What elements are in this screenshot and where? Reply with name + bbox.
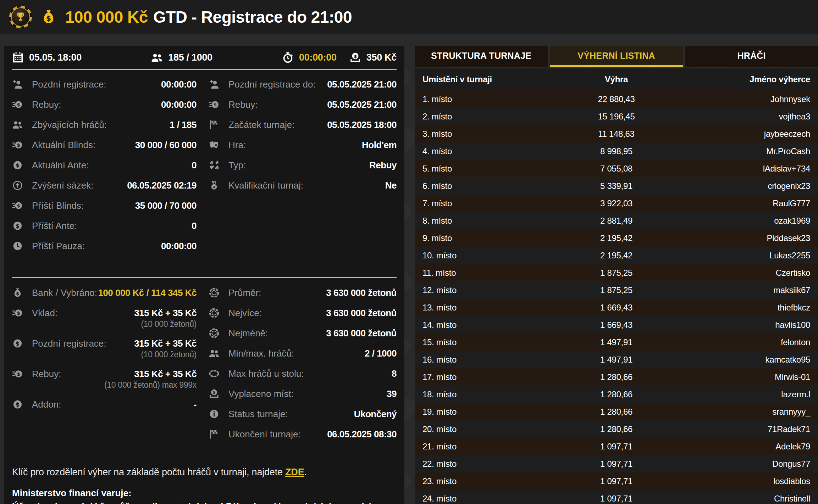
panel-footer: Klíč pro rozdělení výher na základě počt… <box>12 467 397 504</box>
start-date: 05.05. 18:00 <box>29 52 82 63</box>
table-oval-icon <box>209 368 220 379</box>
detail-row: ♠Hra:Hold'em <box>209 140 397 150</box>
detail-sub: (10 000 žetonů) <box>12 350 197 359</box>
svg-text:$: $ <box>17 203 20 208</box>
detail-value: 2 / 1000 <box>365 348 397 359</box>
detail-label: Min/max. hráčů: <box>228 348 294 359</box>
detail-label: Hra: <box>228 140 246 151</box>
place-cell: 15. místo <box>422 337 552 347</box>
info-circle-icon <box>209 409 220 419</box>
detail-row: $Rebuy:00:00:00 <box>12 99 197 110</box>
detail-row: Zvýšení sázek:06.05.2025 02:19 <box>12 180 197 191</box>
detail-row: Příští Pauza:00:00:00 <box>12 241 197 251</box>
place-cell: 9. místo <box>422 233 552 243</box>
place-cell: 24. místo <box>422 494 552 504</box>
detail-label: Max hráčů u stolu: <box>228 368 304 379</box>
prize-cell: 1 097,71 <box>552 476 681 486</box>
table-row: 17. místo1 280,66Mirwis-01 <box>415 368 818 386</box>
winner-cell: kamcatko95 <box>681 355 810 365</box>
table-row: 1. místo22 880,43Johnnysek <box>415 90 818 108</box>
tab-hr-i[interactable]: HRÁČI <box>685 46 818 67</box>
prize-cell: 1 280,66 <box>552 424 681 434</box>
detail-row: Max hráčů u stolu:8 <box>209 368 397 379</box>
svg-text:$: $ <box>17 371 20 377</box>
guarantee-amount: 100 000 Kč <box>65 7 148 27</box>
place-cell: 5. místo <box>422 164 552 174</box>
detail-value: - <box>194 399 197 410</box>
prize-cell: 3 922,03 <box>552 198 681 208</box>
prize-cell: 1 280,66 <box>552 390 681 399</box>
place-cell: 21. místo <box>422 442 552 452</box>
winner-cell: lazerm.l <box>681 390 810 399</box>
money-slot-icon: $ <box>209 388 220 399</box>
details-bottom: $Bank / Vybráno:100 000 Kč / 114 345 Kč$… <box>12 287 397 449</box>
page: ♥♦♠♦♥♦♠♦♥♦♠♦♥♦♦♠♦♥♦♠♦♥♦♠♦♥♦♠♠♦♥♦♠♦♥♦♠♦♥♦… <box>0 0 818 504</box>
money-bag-icon: $ <box>40 9 57 25</box>
table-row: 16. místo1 497,91kamcatko95 <box>415 351 818 368</box>
tab-bar: STRUKTURA TURNAJEVÝHERNÍ LISTINAHRÁČI <box>415 46 818 67</box>
detail-row: Nejméně:3 630 000 žetonů <box>209 328 397 338</box>
place-cell: 16. místo <box>422 355 552 365</box>
cards-icon: ♠ <box>209 140 220 150</box>
coins-icon: $ <box>12 308 23 318</box>
prize-cell: 2 195,42 <box>552 251 681 261</box>
svg-text:$: $ <box>16 223 20 229</box>
detail-value: 315 Kč + 35 Kč <box>134 308 197 319</box>
trophy-icon <box>15 12 26 22</box>
section-divider <box>12 277 397 278</box>
place-cell: 2. místo <box>422 112 552 122</box>
winner-cell: Dongus77 <box>681 459 810 469</box>
table-row: 21. místo1 097,71Adelek79 <box>415 438 818 455</box>
zde-link[interactable]: ZDE <box>285 467 304 477</box>
medal-icon: ★ <box>209 180 220 191</box>
detail-row: $Rebuy:05.05.2025 21:00 <box>209 99 397 110</box>
results-panel: STRUKTURA TURNAJEVÝHERNÍ LISTINAHRÁČI Um… <box>415 46 818 504</box>
svg-text:$: $ <box>16 291 19 296</box>
tab-v-hern-listina[interactable]: VÝHERNÍ LISTINA <box>550 46 683 67</box>
place-cell: 17. místo <box>422 372 552 382</box>
place-cell: 6. místo <box>422 181 552 191</box>
detail-label: Vyplaceno míst: <box>228 388 294 399</box>
detail-row: $Rebuy:315 Kč + 35 Kč(10 000 žetonů) max… <box>12 369 197 390</box>
detail-value: 00:00:00 <box>161 241 197 252</box>
winner-cell: Piddasek23 <box>681 233 810 243</box>
detail-label: Nejvíce: <box>228 308 262 319</box>
place-cell: 3. místo <box>422 129 552 139</box>
place-cell: 1. místo <box>422 94 552 104</box>
prize-cell: 15 196,45 <box>552 112 681 122</box>
detail-value: Rebuy <box>369 160 397 171</box>
ministry-warning-text: Účastí na hazardní hře může vzniknout zá… <box>12 501 397 504</box>
detail-label: Status turnaje: <box>228 409 288 420</box>
place-cell: 20. místo <box>422 424 552 434</box>
detail-label: Příští Ante: <box>32 220 77 231</box>
prize-cell: 11 148,63 <box>552 129 681 139</box>
detail-value: 39 <box>387 388 397 399</box>
place-cell: 12. místo <box>422 285 552 295</box>
coins-icon: $ <box>209 99 220 110</box>
table-row: 18. místo1 280,66lazerm.l <box>415 386 818 403</box>
col-place-header: Umístění v turnaji <box>422 74 552 84</box>
coins-icon: $ <box>12 140 23 150</box>
detail-row: Začátek turnaje:05.05.2025 18:00 <box>209 119 397 130</box>
details-top: Pozdní registrace:00:00:00$Rebuy:00:00:0… <box>12 79 397 261</box>
detail-value: 06.05.2025 02:19 <box>127 180 197 191</box>
detail-label: Začátek turnaje: <box>228 119 294 130</box>
detail-label: Příští Pauza: <box>32 241 85 252</box>
winner-cell: Mirwis-01 <box>681 372 810 382</box>
dollar-circle-icon: $ <box>12 399 23 410</box>
table-row: 15. místo1 497,91felonton <box>415 334 818 351</box>
place-cell: 7. místo <box>422 198 552 208</box>
place-cell: 13. místo <box>422 303 552 313</box>
detail-value: 3 630 000 žetonů <box>326 308 397 319</box>
winner-cell: ozak1969 <box>681 216 810 226</box>
detail-label: Bank / Vybráno: <box>32 287 97 298</box>
chip-icon <box>209 328 220 338</box>
stopwatch-icon <box>282 52 294 63</box>
table-row: 23. místo1 097,71losdiablos <box>415 472 818 490</box>
detail-row: Zbývajících hráčů:1 / 185 <box>12 119 197 130</box>
svg-text:$: $ <box>16 341 20 347</box>
svg-text:$: $ <box>17 142 20 148</box>
detail-label: Zvýšení sázek: <box>32 180 93 191</box>
tab-struktura-turnaje[interactable]: STRUKTURA TURNAJE <box>415 46 548 67</box>
winner-cell: Christinell <box>681 494 810 504</box>
